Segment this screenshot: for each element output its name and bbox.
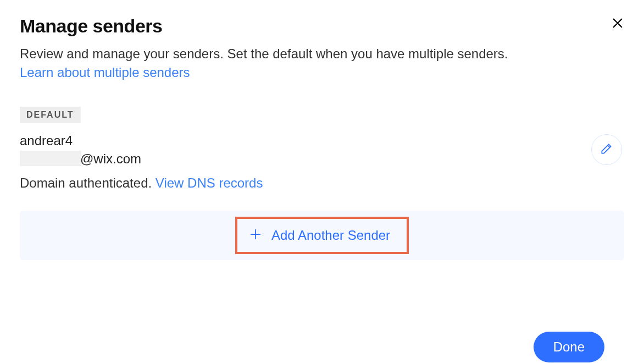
pencil-icon (599, 141, 614, 158)
domain-status: Domain authenticated. View DNS records (20, 175, 558, 191)
sender-name: andrear4 (20, 133, 558, 148)
add-another-sender-button[interactable]: Add Another Sender (235, 217, 409, 254)
edit-sender-button[interactable] (591, 134, 622, 165)
redacted-local-part (20, 151, 81, 166)
sender-email: @wix.com (20, 151, 558, 167)
sender-entry: andrear4 @wix.com Domain authenticated. … (20, 133, 624, 191)
add-another-sender-label: Add Another Sender (271, 228, 390, 243)
close-button[interactable] (610, 16, 625, 32)
add-sender-bar: Add Another Sender (20, 211, 624, 260)
view-dns-link[interactable]: View DNS records (156, 175, 263, 190)
sender-email-domain: @wix.com (80, 151, 141, 166)
learn-more-link[interactable]: Learn about multiple senders (20, 65, 190, 80)
done-button[interactable]: Done (534, 332, 604, 362)
domain-status-text: Domain authenticated. (20, 175, 156, 190)
dialog-subtitle: Review and manage your senders. Set the … (20, 45, 542, 81)
subtitle-text: Review and manage your senders. Set the … (20, 46, 508, 61)
default-badge: DEFAULT (20, 107, 81, 123)
dialog-footer: Done (20, 260, 624, 321)
manage-senders-dialog: Manage senders Review and manage your se… (0, 0, 644, 321)
close-icon (612, 17, 624, 31)
dialog-title: Manage senders (20, 15, 624, 37)
plus-icon (249, 228, 262, 243)
